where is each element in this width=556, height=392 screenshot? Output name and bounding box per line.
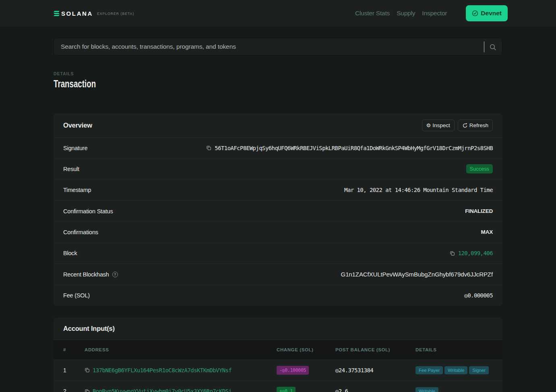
col-change: CHANGE (SOL)	[277, 347, 335, 352]
detail-badge-signer: Signer	[469, 366, 489, 374]
block-link[interactable]: 120,099,406	[458, 250, 493, 256]
change-badge: +◎0.1	[277, 387, 296, 392]
confirmation-status-label: Confirmation Status	[63, 208, 113, 215]
confirmations-label: Confirmations	[63, 229, 98, 235]
row-confirmation-status: Confirmation Status FINALIZED	[54, 200, 502, 221]
post-balance-value: ◎2.6	[335, 388, 415, 392]
page-title: Transaction	[54, 78, 377, 90]
account-address-link[interactable]: BonBvn5KuvwnqYVutiXvwhm0i7y0cU5x3XY6Ro7c…	[93, 388, 231, 392]
row-timestamp: Timestamp Mar 10, 2022 at 14:46:26 Mount…	[54, 179, 502, 200]
recent-blockhash-value: G1n1ZACfXULtPevWAySmBubgZnGhybf679dv6JJc…	[341, 271, 493, 278]
account-inputs-card: Account Input(s) # ADDRESS CHANGE (SOL) …	[54, 318, 502, 392]
fee-label: Fee (SOL)	[63, 292, 90, 299]
nav-link-cluster-stats[interactable]: Cluster Stats	[355, 10, 390, 17]
col-details: DETAILS	[415, 347, 493, 352]
account-row-2: 2 BonBvn5KuvwnqYVutiXvwhm0i7y0cU5x3XY6Ro…	[54, 381, 502, 392]
copy-icon[interactable]	[85, 389, 90, 392]
recent-blockhash-label-text: Recent Blockhash	[63, 271, 109, 278]
refresh-button-label: Refresh	[469, 122, 488, 128]
col-post-balance: POST BALANCE (SOL)	[335, 347, 415, 352]
search-cursor-divider	[484, 41, 484, 52]
page-eyebrow: DETAILS	[54, 71, 502, 76]
timestamp-value: Mar 10, 2022 at 14:46:26 Mountain Standa…	[344, 187, 493, 193]
account-address-link[interactable]: 137bNE6gB6YFLXu164PesR1oC8cWzA7dsKTKmDbV…	[93, 367, 231, 373]
row-signature: Signature 56T1oAFcP8EWpjqSy6hqUFQ6WRkRBE…	[54, 137, 502, 158]
fee-value: ◎0.000005	[464, 292, 493, 299]
row-confirmations: Confirmations MAX	[54, 221, 502, 242]
confirmation-status-value: FINALIZED	[465, 208, 493, 214]
copy-icon[interactable]	[450, 251, 455, 256]
row-recent-blockhash: Recent Blockhash ? G1n1ZACfXULtPevWAySmB…	[54, 264, 502, 285]
account-inputs-title: Account Input(s)	[63, 325, 115, 332]
overview-card: Overview ⚙ Inspect Refresh Signature	[54, 113, 502, 306]
refresh-button[interactable]: Refresh	[458, 120, 493, 131]
overview-title: Overview	[63, 122, 92, 129]
copy-icon[interactable]	[206, 145, 211, 151]
result-label: Result	[63, 166, 79, 172]
brand-suffix: EXPLORER (BETA)	[97, 12, 134, 16]
detail-badge-fee-payer: Fee Payer	[415, 366, 443, 374]
refresh-icon	[462, 123, 468, 128]
search-icon[interactable]	[490, 44, 496, 51]
gear-icon: ⚙	[426, 123, 431, 128]
detail-badge-writable: Writable	[444, 366, 467, 374]
account-row-1: 1 137bNE6gB6YFLXu164PesR1oC8cWzA7dsKTKmD…	[54, 360, 502, 381]
recent-blockhash-label: Recent Blockhash ?	[63, 271, 118, 278]
nav-links: Cluster Stats Supply Inspector	[355, 10, 447, 17]
signature-label: Signature	[63, 145, 87, 151]
nav-link-inspector[interactable]: Inspector	[422, 10, 447, 17]
block-label: Block	[63, 250, 77, 256]
row-result: Result Success	[54, 158, 502, 179]
nav-link-supply[interactable]: Supply	[397, 10, 415, 17]
inspect-button-label: Inspect	[432, 122, 450, 128]
inspect-button[interactable]: ⚙ Inspect	[422, 120, 455, 131]
timestamp-label: Timestamp	[63, 187, 91, 193]
change-badge: -◎0.100005	[277, 366, 309, 375]
brand[interactable]: SOLANA EXPLORER (BETA)	[54, 10, 134, 17]
cluster-devnet-button[interactable]: Devnet	[466, 5, 508, 21]
col-address: ADDRESS	[85, 347, 277, 352]
detail-badge-writable: Writable	[415, 387, 438, 392]
search-bar	[54, 38, 502, 56]
row-block: Block 120,099,406	[54, 243, 502, 264]
confirmations-value: MAX	[481, 229, 493, 235]
solana-logo-icon	[54, 11, 60, 16]
navbar: SOLANA EXPLORER (BETA) Cluster Stats Sup…	[0, 0, 556, 27]
account-table-header: # ADDRESS CHANGE (SOL) POST BALANCE (SOL…	[54, 340, 502, 360]
copy-icon[interactable]	[85, 367, 90, 373]
row-fee: Fee (SOL) ◎0.000005	[54, 285, 502, 305]
account-row-index: 2	[63, 388, 85, 392]
account-row-index: 1	[63, 367, 85, 373]
help-icon[interactable]: ?	[112, 272, 118, 277]
signature-value: 56T1oAFcP8EWpjqSy6hqUFQ6WRkRBEJViSpkLRBP…	[215, 145, 493, 151]
post-balance-value: ◎24.37531384	[335, 367, 415, 373]
result-status-badge: Success	[466, 164, 493, 173]
check-circle-icon	[472, 10, 478, 17]
search-input[interactable]	[54, 43, 502, 50]
cluster-button-label: Devnet	[481, 10, 502, 17]
col-index: #	[63, 347, 85, 352]
brand-name: SOLANA	[61, 10, 93, 17]
